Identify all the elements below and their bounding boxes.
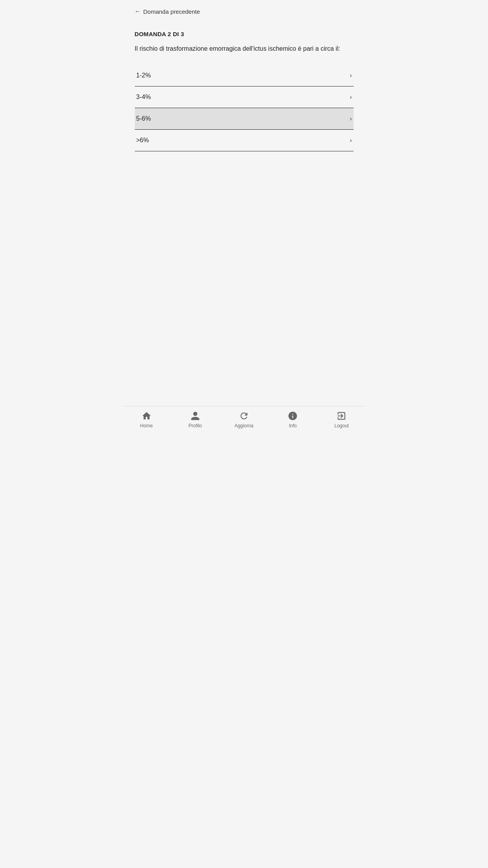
option-label-opt4: >6% — [136, 137, 149, 144]
refresh-icon — [238, 410, 250, 421]
nav-label-logout: Logout — [334, 423, 349, 428]
nav-item-info[interactable]: Info — [281, 410, 305, 428]
option-label-opt2: 3-4% — [136, 94, 151, 101]
option-label-opt1: 1-2% — [136, 72, 151, 79]
back-link[interactable]: ← Domanda precedente — [135, 8, 354, 15]
nav-item-logout[interactable]: Logout — [330, 410, 353, 428]
nav-item-home[interactable]: Home — [135, 410, 158, 428]
question-text: Il rischio di trasformazione emorragica … — [135, 44, 354, 53]
options-list: 1-2%›3-4%›5-6%›>6%› — [135, 65, 354, 151]
info-icon — [287, 410, 298, 421]
nav-label-profilo: Profilo — [189, 423, 202, 428]
chevron-right-icon: › — [350, 115, 352, 122]
question-counter: DOMANDA 2 DI 3 — [135, 31, 354, 37]
chevron-right-icon: › — [350, 94, 352, 101]
main-content: ← Domanda precedente DOMANDA 2 DI 3 Il r… — [122, 0, 366, 406]
home-icon — [141, 410, 152, 421]
option-item-opt4[interactable]: >6%› — [135, 130, 354, 151]
nav-item-profilo[interactable]: Profilo — [183, 410, 207, 428]
nav-label-aggiorna: Aggiorna — [235, 423, 253, 428]
back-arrow-icon: ← — [135, 8, 141, 15]
logout-icon — [336, 410, 347, 421]
nav-item-aggiorna[interactable]: Aggiorna — [232, 410, 256, 428]
option-item-opt1[interactable]: 1-2%› — [135, 65, 354, 86]
back-label: Domanda precedente — [143, 8, 200, 15]
option-item-opt2[interactable]: 3-4%› — [135, 86, 354, 108]
chevron-right-icon: › — [350, 72, 352, 79]
bottom-nav: Home Profilo Aggiorna Info — [122, 406, 366, 434]
nav-label-home: Home — [140, 423, 153, 428]
nav-label-info: Info — [289, 423, 297, 428]
chevron-right-icon: › — [350, 137, 352, 144]
option-item-opt3[interactable]: 5-6%› — [135, 108, 354, 130]
option-label-opt3: 5-6% — [136, 115, 151, 122]
user-icon — [190, 410, 201, 421]
